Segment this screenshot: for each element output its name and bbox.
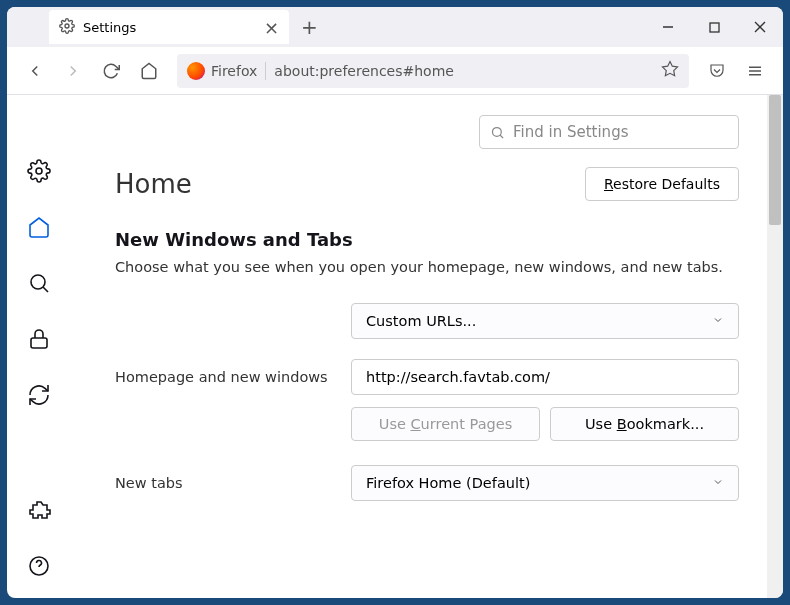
settings-pane: Find in Settings Home Restore Defaults N… xyxy=(71,95,767,598)
site-identity[interactable]: Firefox xyxy=(187,62,266,80)
sidebar-item-privacy[interactable] xyxy=(23,323,55,355)
svg-marker-5 xyxy=(663,61,678,75)
sidebar-item-support[interactable] xyxy=(23,550,55,582)
window-controls xyxy=(645,7,783,47)
svg-line-16 xyxy=(500,135,503,138)
svg-point-10 xyxy=(31,275,45,289)
toolbar: Firefox about:preferences#home xyxy=(7,47,783,95)
svg-point-15 xyxy=(493,127,502,136)
newtabs-row-label: New tabs xyxy=(115,475,351,491)
settings-sidebar xyxy=(7,95,71,598)
tab-bar: Settings × + xyxy=(7,7,783,47)
url-text: about:preferences#home xyxy=(274,63,454,79)
pocket-button[interactable] xyxy=(701,55,733,87)
firefox-icon xyxy=(187,62,205,80)
newtabs-select[interactable]: Firefox Home (Default) xyxy=(351,465,739,501)
chevron-down-icon xyxy=(712,313,724,329)
close-button[interactable] xyxy=(737,7,783,47)
close-icon[interactable]: × xyxy=(264,17,279,38)
select-value: Firefox Home (Default) xyxy=(366,475,530,491)
use-bookmark-button[interactable]: Use Bookmark... xyxy=(550,407,739,441)
minimize-button[interactable] xyxy=(645,7,691,47)
main: Find in Settings Home Restore Defaults N… xyxy=(7,95,767,598)
restore-defaults-button[interactable]: Restore Defaults xyxy=(585,167,739,201)
homepage-url-input[interactable] xyxy=(351,359,739,395)
tab-settings[interactable]: Settings × xyxy=(49,10,289,44)
app-menu-button[interactable] xyxy=(739,55,771,87)
section-title: New Windows and Tabs xyxy=(115,229,739,250)
use-current-pages-button[interactable]: Use Current Pages xyxy=(351,407,540,441)
sidebar-item-home[interactable] xyxy=(23,211,55,243)
homepage-type-select[interactable]: Custom URLs... xyxy=(351,303,739,339)
browser-window: Settings × + Firefox about:preferences#h… xyxy=(7,7,783,598)
settings-search-input[interactable]: Find in Settings xyxy=(479,115,739,149)
section-desc: Choose what you see when you open your h… xyxy=(115,258,739,277)
vertical-scrollbar[interactable] xyxy=(767,95,783,598)
svg-point-0 xyxy=(65,24,69,28)
page-title: Home xyxy=(115,169,192,199)
content-area: Find in Settings Home Restore Defaults N… xyxy=(7,95,783,598)
home-button[interactable] xyxy=(133,55,165,87)
scrollbar-thumb[interactable] xyxy=(769,95,781,225)
tab-title: Settings xyxy=(83,20,136,35)
url-bar[interactable]: Firefox about:preferences#home xyxy=(177,54,689,88)
new-tab-button[interactable]: + xyxy=(301,15,318,39)
gear-icon xyxy=(59,18,75,37)
sidebar-item-search[interactable] xyxy=(23,267,55,299)
sidebar-item-sync[interactable] xyxy=(23,379,55,411)
svg-rect-12 xyxy=(31,338,47,348)
sidebar-item-extensions[interactable] xyxy=(23,494,55,526)
sidebar-item-general[interactable] xyxy=(23,155,55,187)
chevron-down-icon xyxy=(712,475,724,491)
svg-line-11 xyxy=(43,287,48,292)
homepage-row-label: Homepage and new windows xyxy=(115,369,351,385)
reload-button[interactable] xyxy=(95,55,127,87)
maximize-button[interactable] xyxy=(691,7,737,47)
search-placeholder: Find in Settings xyxy=(513,123,628,141)
svg-point-9 xyxy=(36,168,42,174)
identity-label: Firefox xyxy=(211,63,257,79)
select-value: Custom URLs... xyxy=(366,313,476,329)
back-button[interactable] xyxy=(19,55,51,87)
search-icon xyxy=(490,125,505,140)
bookmark-star-icon[interactable] xyxy=(661,60,679,82)
svg-rect-2 xyxy=(710,23,719,32)
forward-button[interactable] xyxy=(57,55,89,87)
